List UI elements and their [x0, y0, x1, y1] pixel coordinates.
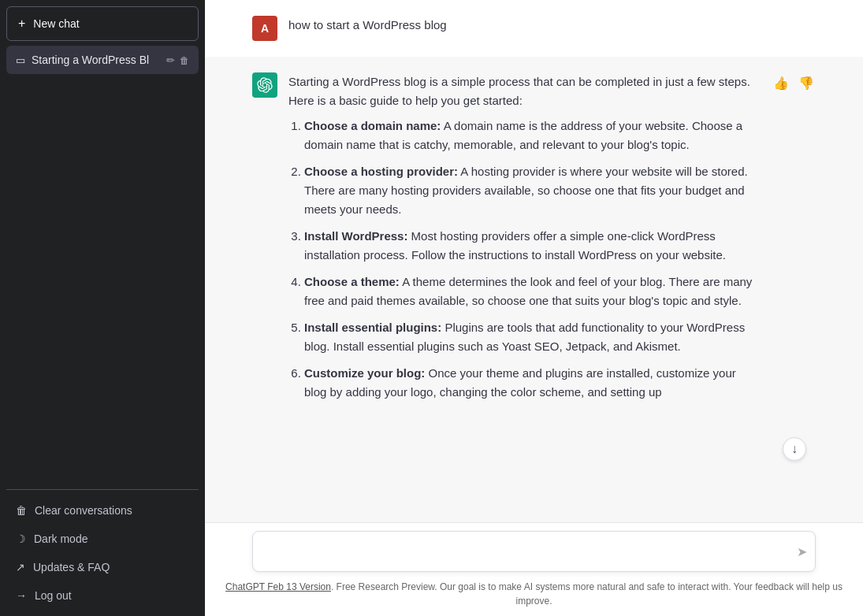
sidebar-item-updates-faq[interactable]: ↗ Updates & FAQ [6, 553, 199, 581]
input-area [205, 522, 863, 575]
send-button[interactable] [797, 544, 807, 560]
log-out-label: Log out [35, 589, 72, 602]
footer-text: ChatGPT Feb 13 Version. Free Research Pr… [205, 575, 863, 616]
trash-icon: 🗑 [16, 504, 27, 517]
ai-step-2: Choose a hosting provider: A hosting pro… [304, 162, 761, 219]
thumbs-up-button[interactable]: 👍 [772, 74, 790, 92]
plus-icon [18, 17, 25, 31]
sidebar-item-dark-mode[interactable]: ☽ Dark mode [6, 525, 199, 553]
footer-body: . Free Research Preview. Our goal is to … [331, 581, 843, 607]
user-message-text: how to start a WordPress blog [288, 16, 816, 35]
sidebar-divider [6, 489, 199, 490]
edit-chat-icon[interactable] [166, 54, 175, 66]
chat-history-item[interactable]: Starting a WordPress Bl [6, 46, 199, 74]
down-arrow-icon [791, 442, 798, 456]
chat-area: A how to start a WordPress blog Starting… [205, 0, 863, 522]
ai-step-5: Install essential plugins: Plugins are t… [304, 318, 761, 356]
ai-avatar [252, 72, 277, 98]
updates-faq-label: Updates & FAQ [33, 561, 110, 573]
version-link[interactable]: ChatGPT Feb 13 Version [225, 581, 331, 592]
sidebar-item-log-out[interactable]: → Log out [6, 581, 199, 610]
new-chat-label: New chat [33, 17, 79, 30]
external-link-icon: ↗ [16, 561, 25, 573]
new-chat-button[interactable]: New chat [6, 6, 199, 41]
delete-chat-icon[interactable] [180, 54, 189, 66]
sidebar-item-clear-conversations[interactable]: 🗑 Clear conversations [6, 496, 199, 525]
user-avatar: A [252, 16, 277, 41]
dark-mode-label: Dark mode [34, 533, 87, 545]
message-input[interactable] [253, 532, 815, 571]
ai-message-actions: 👍 👎 [772, 72, 816, 92]
ai-message-text: Starting a WordPress blog is a simple pr… [288, 72, 761, 410]
input-wrapper [252, 531, 816, 572]
clear-conversations-label: Clear conversations [35, 504, 132, 517]
moon-icon: ☽ [16, 533, 26, 545]
ai-step-6: Customize your blog: Once your theme and… [304, 364, 761, 402]
ai-steps-list: Choose a domain name: A domain name is t… [288, 117, 761, 402]
thumbs-down-button[interactable]: 👎 [797, 74, 816, 92]
scroll-down-button[interactable] [783, 437, 806, 461]
chat-item-label: Starting a WordPress Bl [32, 54, 149, 66]
main-content: A how to start a WordPress blog Starting… [205, 0, 863, 616]
ai-step-4: Choose a theme: A theme determines the l… [304, 273, 761, 310]
ai-step-1: Choose a domain name: A domain name is t… [304, 117, 761, 154]
logout-icon: → [16, 589, 27, 602]
sidebar: New chat Starting a WordPress Bl 🗑 Clear… [0, 0, 205, 616]
chat-item-actions [166, 54, 189, 66]
send-icon [797, 544, 807, 560]
ai-message: Starting a WordPress blog is a simple pr… [205, 57, 863, 425]
user-message: A how to start a WordPress blog [205, 0, 863, 57]
chat-icon [16, 54, 25, 66]
ai-step-3: Install WordPress: Most hosting provider… [304, 227, 761, 265]
